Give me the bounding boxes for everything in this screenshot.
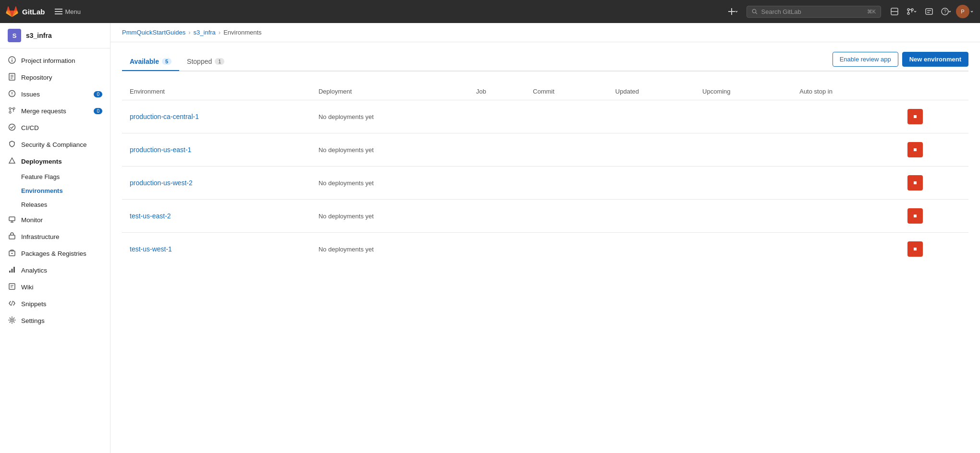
sidebar-label-security: Security & Compliance [21, 141, 87, 148]
sidebar-label-issues: Issues [21, 91, 40, 98]
sidebar-item-cicd[interactable]: CI/CD [0, 119, 110, 136]
env-name-link[interactable]: production-ca-central-1 [130, 113, 199, 120]
sidebar-nav: Project information Repository Issues 0 [0, 48, 110, 333]
sidebar-item-project-information[interactable]: Project information [0, 52, 110, 69]
sidebar-item-packages[interactable]: Packages & Registries [0, 245, 110, 262]
menu-button[interactable]: Menu [51, 6, 85, 17]
sidebar-label-repository: Repository [21, 74, 52, 81]
todo-icon[interactable] [921, 4, 937, 19]
sidebar-item-merge-requests[interactable]: Merge requests 0 [0, 103, 110, 119]
sidebar-item-analytics[interactable]: Analytics [0, 262, 110, 279]
dock-icon[interactable] [887, 4, 902, 19]
svg-point-27 [9, 124, 15, 131]
breadcrumb-current: Environments [223, 29, 261, 36]
sidebar-label-snippets: Snippets [21, 300, 47, 308]
sidebar-item-security[interactable]: Security & Compliance [0, 136, 110, 153]
col-commit: Commit [525, 83, 607, 100]
sidebar-item-deployments[interactable]: Deployments [0, 153, 110, 170]
env-upcoming-cell [695, 100, 792, 133]
stop-button[interactable] [907, 142, 923, 157]
env-upcoming-cell [695, 167, 792, 200]
sidebar-item-monitor[interactable]: Monitor [0, 212, 110, 228]
issues-badge: 0 [94, 91, 102, 97]
col-deployment: Deployment [311, 83, 468, 100]
env-commit-cell [525, 100, 607, 133]
tab-available[interactable]: Available 5 [122, 53, 179, 71]
search-bar[interactable]: ⌘K [747, 6, 881, 18]
env-action-cell [900, 100, 968, 133]
gitlab-logo[interactable]: GitLab [6, 5, 45, 18]
env-deployment-cell: No deployments yet [311, 133, 468, 167]
stop-button[interactable] [907, 175, 923, 191]
enable-review-app-button[interactable]: Enable review app [833, 52, 898, 67]
help-icon[interactable]: ? [939, 4, 954, 19]
stop-button[interactable] [907, 208, 923, 224]
env-autostop-cell [792, 100, 900, 133]
breadcrumb-s3-infra[interactable]: s3_infra [194, 29, 216, 36]
search-shortcut: ⌘K [867, 9, 876, 15]
project-name: s3_infra [26, 32, 52, 39]
avatar-dropdown-icon [969, 9, 974, 14]
env-name-link[interactable]: test-us-east-2 [130, 212, 171, 220]
env-commit-cell [525, 133, 607, 167]
sidebar-item-releases[interactable]: Releases [21, 198, 110, 212]
merge-request-icon[interactable] [904, 4, 919, 19]
snippets-icon [8, 299, 16, 309]
sidebar-project-header[interactable]: S s3_infra [0, 23, 110, 48]
svg-rect-46 [914, 248, 917, 250]
sidebar-item-wiki[interactable]: Wiki [0, 279, 110, 296]
env-name-link[interactable]: production-us-west-2 [130, 179, 193, 187]
svg-line-3 [756, 12, 757, 14]
env-deployment-cell: No deployments yet [311, 167, 468, 200]
search-input[interactable] [761, 8, 863, 15]
svg-rect-43 [914, 148, 917, 151]
breadcrumb-pmmquickstartguides[interactable]: PmmQuickStartGuides [122, 29, 185, 36]
env-updated-cell [608, 200, 695, 233]
svg-rect-34 [9, 271, 11, 273]
sidebar-item-feature-flags[interactable]: Feature Flags [21, 170, 110, 184]
svg-line-40 [12, 301, 13, 306]
sidebar-item-snippets[interactable]: Snippets [0, 296, 110, 312]
env-name-cell: test-us-west-1 [122, 233, 311, 266]
sidebar-item-environments[interactable]: Environments [21, 184, 110, 198]
env-job-cell [468, 200, 525, 233]
svg-rect-35 [12, 269, 13, 273]
settings-icon [8, 316, 16, 325]
new-environment-button[interactable]: New environment [902, 52, 968, 67]
env-name-link[interactable]: test-us-west-1 [130, 245, 172, 253]
col-job: Job [468, 83, 525, 100]
sidebar-label-wiki: Wiki [21, 284, 34, 291]
sidebar-item-repository[interactable]: Repository [0, 69, 110, 86]
env-autostop-cell [792, 133, 900, 167]
svg-rect-9 [926, 9, 932, 14]
env-commit-cell [525, 167, 607, 200]
table-row: production-us-west-2 No deployments yet [122, 167, 968, 200]
table-row: production-us-east-1 No deployments yet [122, 133, 968, 167]
create-new-button[interactable] [725, 4, 741, 19]
stop-button[interactable] [907, 109, 923, 124]
svg-rect-37 [9, 284, 15, 289]
env-deployment-cell: No deployments yet [311, 100, 468, 133]
cicd-icon [8, 123, 16, 132]
gitlab-wordmark: GitLab [22, 8, 45, 16]
wiki-icon [8, 283, 16, 292]
tab-stopped[interactable]: Stopped 1 [179, 53, 232, 71]
stop-button[interactable] [907, 241, 923, 257]
env-updated-cell [608, 233, 695, 266]
env-name-cell: test-us-east-2 [122, 200, 311, 233]
env-name-link[interactable]: production-us-east-1 [130, 146, 191, 154]
table-row: production-ca-central-1 No deployments y… [122, 100, 968, 133]
user-avatar[interactable]: P [956, 5, 969, 18]
env-name-cell: production-us-west-2 [122, 167, 311, 200]
env-action-cell [900, 133, 968, 167]
sidebar-item-issues[interactable]: Issues 0 [0, 86, 110, 103]
env-action-cell [900, 233, 968, 266]
main-content: PmmQuickStartGuides › s3_infra › Environ… [110, 23, 980, 453]
breadcrumb: PmmQuickStartGuides › s3_infra › Environ… [110, 23, 980, 42]
feature-flags-label: Feature Flags [21, 173, 60, 180]
col-upcoming: Upcoming [695, 83, 792, 100]
sidebar-item-settings[interactable]: Settings [0, 312, 110, 329]
svg-point-23 [12, 95, 12, 95]
sidebar-item-infrastructure[interactable]: Infrastructure [0, 228, 110, 245]
env-deployment-cell: No deployments yet [311, 233, 468, 266]
